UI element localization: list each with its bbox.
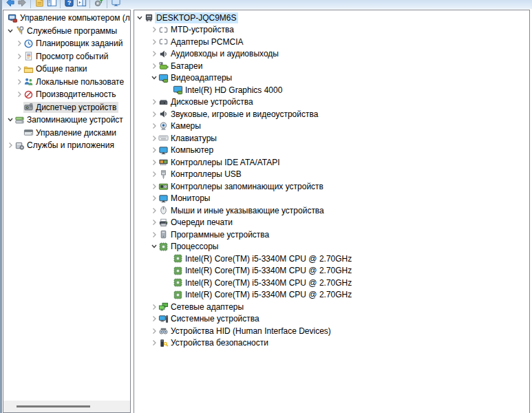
chevron-expanded-icon[interactable] [150,74,158,82]
tree-item-label: Очереди печати [169,217,235,228]
tree-item-label: Просмотр событий [34,51,110,62]
chevron-collapsed-icon[interactable] [150,327,158,335]
tree-item[interactable]: Контроллеры IDE ATA/ATAPI [134,156,529,169]
chevron-collapsed-icon[interactable] [15,52,23,61]
help-button[interactable]: ? [63,0,75,8]
tree-item[interactable]: Звуковые, игровые и видеоустройства [134,108,529,120]
tree-item[interactable]: Управление дисками [3,127,130,140]
chevron-collapsed-icon[interactable] [150,38,158,46]
chevron-collapsed-icon[interactable] [150,158,158,167]
chevron-collapsed-icon[interactable] [150,25,158,34]
tree-item[interactable]: Общие папки [3,63,130,76]
battery-icon [158,61,169,72]
tree-item[interactable]: Очереди печати [134,217,529,229]
show-console-tree-button[interactable] [45,0,58,8]
tree-item[interactable]: Мониторы [134,193,529,205]
tree-item[interactable]: Контроллеры USB [134,169,529,181]
event-viewer-icon [23,51,34,62]
tree-item[interactable]: Intel(R) Core(TM) i5-3340M CPU @ 2.70GHz [134,289,529,301]
tree-item[interactable]: Intel(R) HD Graphics 4000 [134,84,529,96]
forward-icon [17,0,28,8]
tree-item[interactable]: Дисковые устройства [134,96,529,109]
chevron-collapsed-icon[interactable] [15,90,23,98]
tree-item[interactable]: Запоминающие устройст [3,114,130,127]
tree-item-label: Мониторы [169,193,212,204]
chevron-collapsed-icon[interactable] [150,146,158,154]
tree-item[interactable]: Службы и приложения [3,139,130,152]
tree-item[interactable]: Контроллеры запоминающих устройств [134,180,529,193]
chevron-slot [164,255,173,263]
chevron-collapsed-icon[interactable] [150,231,158,239]
chevron-collapsed-icon[interactable] [150,122,158,130]
chevron-collapsed-icon[interactable] [150,303,158,311]
tree-item[interactable]: Устройства безопасности [134,337,529,350]
tree-item[interactable]: Батареи [134,60,529,72]
chevron-collapsed-icon[interactable] [150,134,158,142]
tree-item[interactable]: Системные устройства [134,313,529,326]
tree-item[interactable]: Камеры [134,120,529,133]
tree-item[interactable]: Клавиатуры [134,132,529,145]
remote-computer-button[interactable] [109,0,122,8]
tree-item[interactable]: Компьютер [134,145,529,157]
chevron-collapsed-icon[interactable] [150,218,158,226]
tree-item[interactable]: Сетевые адаптеры [134,301,529,313]
chevron-slot [164,86,173,94]
chevron-collapsed-icon[interactable] [150,194,158,202]
chevron-collapsed-icon[interactable] [150,110,158,118]
tree-item-label: Управление компьютером (л [19,12,130,23]
local-users-icon [23,76,34,87]
show-action-pane-button[interactable] [75,0,87,8]
chevron-collapsed-icon[interactable] [150,315,158,323]
tree-item[interactable]: Адаптеры PCMCIA [134,36,529,48]
chevron-slot [15,129,23,137]
chevron-slot [164,279,173,287]
tree-item[interactable]: Мыши и иные указывающие устройства [134,204,529,217]
chevron-collapsed-icon[interactable] [150,50,158,58]
tree-item[interactable]: Intel(R) Core(TM) i5-3340M CPU @ 2.70GHz [134,253,529,265]
tree-item[interactable]: MTD-устройства [134,24,529,36]
chevron-collapsed-icon[interactable] [150,170,158,178]
tree-item[interactable]: Устройства HID (Human Interface Devices) [134,325,529,337]
tree-item[interactable]: Аудиовходы и аудиовыходы [134,48,529,61]
horizontal-scrollbar[interactable] [3,401,130,412]
tree-item[interactable]: Служебные программы [3,25,130,38]
chevron-expanded-icon[interactable] [6,27,14,35]
chevron-collapsed-icon[interactable] [150,182,158,191]
tree-item[interactable]: Intel(R) Core(TM) i5-3340M CPU @ 2.70GHz [134,277,529,289]
tree-item[interactable]: Производительность [3,88,130,101]
tree-item[interactable]: Просмотр событий [3,50,130,63]
tree-item[interactable]: Управление компьютером (л [3,12,130,25]
chevron-collapsed-icon[interactable] [150,206,158,215]
chevron-expanded-icon[interactable] [6,116,14,124]
forward-button[interactable] [16,0,28,8]
export-list-button[interactable] [33,0,45,8]
chevron-collapsed-icon[interactable] [150,339,158,347]
chevron-collapsed-icon[interactable] [150,62,158,70]
hid-icon [158,326,169,337]
chevron-collapsed-icon[interactable] [150,98,158,106]
storage-controller-icon [158,181,169,192]
tree-item[interactable]: Программные устройства [134,229,529,241]
printer-icon [158,217,169,228]
tree-item[interactable]: Диспетчер устройств [3,101,130,114]
chevron-collapsed-icon[interactable] [15,78,23,86]
chevron-collapsed-icon[interactable] [15,65,23,73]
audio-icon [158,109,169,120]
chevron-expanded-icon[interactable] [150,242,158,251]
tree-item[interactable]: Видеоадаптеры [134,72,529,85]
scrollbar-thumb[interactable] [17,405,90,407]
tree-item[interactable]: DESKTOP-JQC9M6S [134,12,529,24]
tree-item[interactable]: Процессоры [134,241,529,253]
chevron-collapsed-icon[interactable] [6,141,14,149]
software-device-icon [158,229,169,240]
chevron-collapsed-icon[interactable] [15,39,23,47]
scan-hardware-changes-button[interactable] [92,0,105,8]
tree-item-label: Клавиатуры [169,133,219,144]
chevron-expanded-icon[interactable] [136,14,144,22]
tree-item[interactable]: Intel(R) Core(TM) i5-3340M CPU @ 2.70GHz [134,265,529,277]
tree-item[interactable]: Планировщик заданий [3,37,130,50]
toolbar-separator [89,0,90,8]
console-tree: Управление компьютером (лСлужебные прогр… [3,10,130,152]
tree-item[interactable]: Локальные пользовате [3,76,130,89]
back-button[interactable] [3,0,16,8]
